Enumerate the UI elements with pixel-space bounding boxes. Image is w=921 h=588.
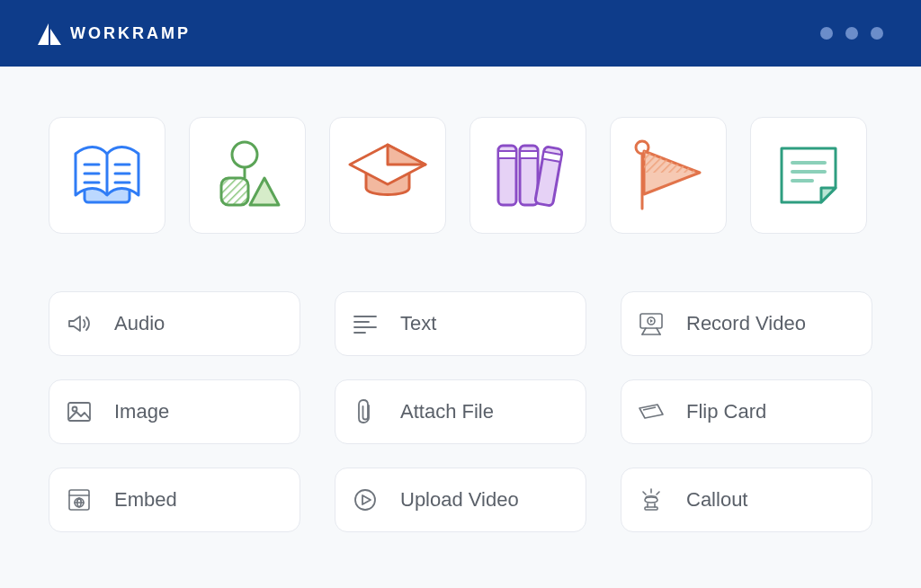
book-icon: [68, 141, 146, 209]
attach-file-icon: [352, 398, 379, 425]
svg-rect-16: [520, 151, 538, 158]
svg-line-32: [642, 328, 646, 334]
brand-name: WORKRAMP: [70, 24, 191, 43]
note-icon: [773, 139, 845, 211]
window-controls: [820, 27, 883, 40]
content-type-tile-book[interactable]: [49, 117, 165, 234]
svg-marker-0: [38, 23, 49, 45]
content-type-tile-note[interactable]: [750, 117, 867, 234]
content-type-tile-library[interactable]: [469, 117, 586, 234]
content-type-tiles: [49, 117, 872, 234]
content-block-label: Image: [114, 400, 169, 423]
svg-rect-45: [645, 507, 657, 510]
content-block-audio[interactable]: Audio: [49, 291, 300, 356]
svg-line-47: [643, 492, 646, 494]
svg-rect-7: [221, 178, 248, 205]
content-block-label: Record Video: [686, 312, 806, 335]
content-block-image[interactable]: Image: [49, 379, 300, 444]
content-block-callout[interactable]: Callout: [621, 468, 872, 532]
flip-card-icon: [638, 398, 665, 425]
svg-line-33: [657, 328, 660, 334]
window-dot-icon: [845, 27, 858, 40]
content-block-label: Attach File: [400, 400, 494, 423]
svg-rect-15: [498, 151, 516, 158]
svg-point-41: [355, 490, 375, 510]
content-block-label: Callout: [686, 488, 747, 512]
window-dot-icon: [820, 27, 833, 40]
content-block-attach-file[interactable]: Attach File: [335, 379, 586, 444]
content-block-flip-card[interactable]: Flip Card: [621, 379, 872, 444]
text-icon: [352, 310, 379, 337]
upload-video-icon: [352, 486, 379, 513]
flag-icon: [628, 137, 709, 214]
content-type-tile-flag[interactable]: [610, 117, 727, 234]
content-area: Audio Text: [0, 67, 921, 568]
content-block-label: Flip Card: [686, 400, 766, 423]
content-block-record-video[interactable]: Record Video: [621, 291, 872, 356]
content-block-label: Embed: [114, 488, 177, 512]
svg-point-36: [73, 407, 77, 412]
content-block-label: Upload Video: [400, 488, 519, 512]
shapes-icon: [209, 137, 286, 214]
svg-rect-35: [68, 403, 90, 421]
svg-marker-8: [250, 178, 279, 205]
content-type-tile-cap[interactable]: [329, 117, 446, 234]
window-dot-icon: [871, 27, 883, 40]
workramp-logo-icon: [38, 22, 61, 45]
image-icon: [66, 398, 93, 425]
svg-line-48: [657, 492, 659, 494]
content-block-text[interactable]: Text: [335, 291, 586, 356]
brand: WORKRAMP: [38, 22, 191, 45]
content-type-tile-shapes[interactable]: [189, 117, 306, 234]
svg-marker-31: [650, 319, 653, 323]
content-block-label: Audio: [114, 312, 165, 335]
record-video-icon: [638, 310, 665, 337]
content-block-upload-video[interactable]: Upload Video: [335, 468, 586, 532]
topbar: WORKRAMP: [0, 0, 921, 67]
svg-marker-10: [388, 145, 425, 165]
callout-icon: [638, 486, 665, 513]
content-block-embed[interactable]: Embed: [49, 468, 300, 532]
library-icon: [489, 137, 567, 214]
content-block-label: Text: [400, 312, 436, 335]
embed-icon: [66, 486, 93, 513]
audio-icon: [66, 310, 93, 337]
grad-cap-icon: [346, 139, 429, 211]
svg-point-5: [232, 142, 257, 167]
svg-marker-42: [362, 495, 371, 504]
content-block-grid: Audio Text: [49, 291, 872, 532]
